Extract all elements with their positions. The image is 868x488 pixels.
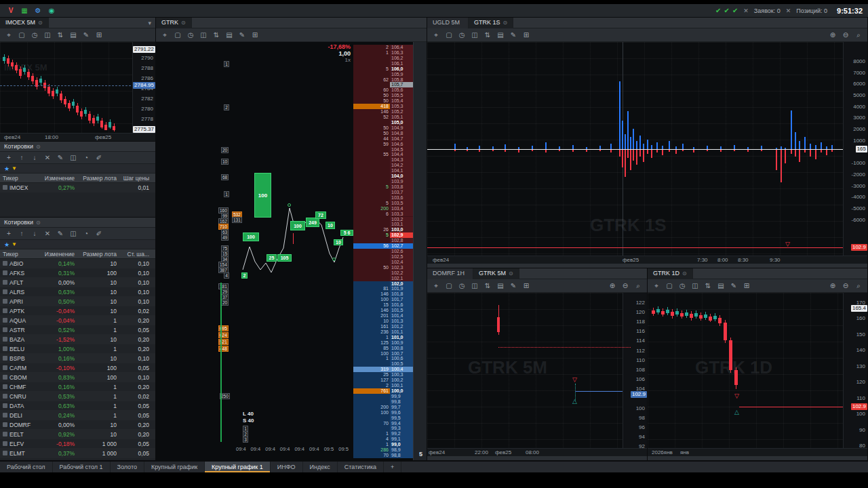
chart-tab[interactable]: DOMRF 1H	[427, 268, 473, 279]
zoom-icon[interactable]: ⊖	[619, 281, 631, 291]
ladder-row[interactable]: 100 101,7	[353, 297, 413, 302]
ladder-row[interactable]: 1 99,2	[353, 431, 413, 436]
ladder-row[interactable]: 236 101,1	[353, 329, 413, 335]
panel-menu-icon[interactable]: ⊙	[36, 220, 41, 226]
col-header[interactable]: Размер лота	[77, 175, 119, 182]
ladder-row[interactable]: 50 105,5	[353, 93, 413, 98]
cluster-volume-box[interactable]: 249	[306, 218, 319, 227]
toolbar-icon[interactable]: ✎	[236, 30, 248, 41]
ladder-row[interactable]: 85 100,8	[353, 346, 413, 351]
workspace-tab[interactable]: Рабочий стол 1	[53, 462, 111, 472]
quotes-toolbar-icon[interactable]: ✐	[93, 152, 105, 163]
toolbar-icon[interactable]: ⌖	[3, 30, 15, 41]
ladder-row[interactable]: 146 105,2	[353, 109, 413, 115]
toolbar-icon[interactable]: ◷	[676, 281, 688, 291]
col-header[interactable]: Ст. ша...	[119, 251, 152, 258]
quote-row[interactable]: ELMT 0,37% 1 000 0,05	[0, 449, 155, 458]
quotes-toolbar-icon[interactable]: ✕	[41, 228, 54, 239]
quote-row[interactable]: AFLT 0,00% 10 0,10	[0, 278, 155, 287]
ladder-row[interactable]: 103,7	[353, 190, 413, 195]
ladder-row[interactable]: 70 98,8	[353, 453, 413, 458]
quotes2-header[interactable]: Котировки ⊙	[0, 217, 155, 228]
ladder-row[interactable]: 200 99,7	[353, 405, 413, 410]
workspace-tab[interactable]: Крупный график 1	[205, 462, 271, 472]
ladder-row[interactable]: 104,5	[353, 147, 413, 152]
toolbar-icon[interactable]: ▢	[172, 30, 184, 41]
ladder-row[interactable]: 50 104,9	[353, 125, 413, 131]
toolbar-icon[interactable]: ⊞	[249, 30, 261, 41]
tab-gtrk[interactable]: GTRK ⊙	[156, 18, 192, 28]
quote-row[interactable]: ABIO 0,14% 10 0,10	[0, 259, 155, 268]
ladder-row[interactable]: 102,6	[353, 249, 413, 254]
ladder-row[interactable]: 10 101,3	[353, 319, 413, 324]
ladder-row[interactable]: 161 101,2	[353, 324, 413, 329]
ladder-row[interactable]: 200 103,4	[353, 206, 413, 211]
app-icon[interactable]: ▦	[19, 6, 30, 16]
delta-chart[interactable]: GTRK 1S ▽ 800070006000500040003000200010…	[427, 42, 867, 256]
quote-row[interactable]: BAZA -1,52% 10 0,20	[0, 335, 155, 344]
quotes-toolbar-icon[interactable]: ↑	[16, 152, 28, 163]
ladder-row[interactable]: 99,3	[353, 426, 413, 431]
ladder-row[interactable]: 62 105,8	[353, 77, 413, 83]
quote-row[interactable]: BSPB 0,16% 10 0,10	[0, 354, 155, 363]
ladder-row[interactable]: 50 105,4	[353, 98, 413, 104]
h-scrollbar[interactable]	[427, 264, 867, 268]
ladder-row[interactable]: 102,4	[353, 260, 413, 265]
cluster-volume-box[interactable]: 100	[254, 173, 271, 218]
h-scrollbar[interactable]	[427, 456, 647, 460]
quote-row[interactable]: APTK -0,04% 10 0,02	[0, 306, 155, 316]
quotes-toolbar-icon[interactable]: ✕	[41, 152, 54, 163]
toolbar-icon[interactable]: ⊞	[520, 281, 532, 291]
toolbar-icon[interactable]: ▢	[663, 281, 675, 291]
imoex-time-axis[interactable]: фев2418:00фев25	[0, 133, 155, 141]
workspace-tab[interactable]: Золото	[111, 462, 144, 472]
quote-row[interactable]: DATA 0,63% 1 0,05	[0, 401, 155, 411]
toolbar-icon[interactable]: ▤	[715, 281, 727, 291]
quote-row[interactable]: DOMRF 0,00% 10 0,20	[0, 420, 155, 430]
ladder-row[interactable]: 106,1	[353, 61, 413, 66]
quotes-toolbar-icon[interactable]: ✐	[93, 228, 105, 239]
ladder-row[interactable]: 104,2	[353, 163, 413, 168]
ladder-row[interactable]: 1 106,3	[353, 50, 413, 56]
gtrk1d-chart[interactable]: GTRK 1D ▽ △ 1701601501401301201101009080…	[648, 293, 867, 448]
toolbar-icon[interactable]: ⌖	[650, 281, 663, 291]
ladder-row[interactable]: 146 101,8	[353, 291, 413, 297]
quotes-toolbar-icon[interactable]: ◫	[67, 152, 79, 163]
ladder-row[interactable]: 418 105,3	[353, 104, 413, 109]
app-icon[interactable]: V	[5, 6, 16, 16]
cluster-volume-box[interactable]: 72	[315, 211, 326, 219]
toolbar-icon[interactable]: ⇅	[702, 281, 714, 291]
ladder-row[interactable]: 1 100,6	[353, 356, 413, 361]
col-header[interactable]: Шаг цены	[119, 175, 152, 182]
toolbar-icon[interactable]: ◫	[469, 30, 481, 41]
ladder-row[interactable]: 99,9	[353, 394, 413, 399]
ladder-row[interactable]: 319 100,4	[353, 367, 413, 372]
toolbar-icon[interactable]: ▢	[443, 30, 455, 41]
chart-tab[interactable]: GTRK 1S ⊙	[469, 18, 513, 28]
toolbar-icon[interactable]: ⇅	[54, 30, 66, 41]
workspace-tab[interactable]: +	[384, 462, 401, 472]
tab-menu-icon[interactable]: ⊙	[181, 18, 186, 28]
quote-row[interactable]: CHMF 0,16% 1 0,20	[0, 382, 155, 392]
toolbar-icon[interactable]: ◷	[456, 281, 468, 291]
filter-icon[interactable]: ▼	[12, 165, 17, 171]
toolbar-icon[interactable]: ⊞	[93, 30, 105, 41]
toolbar-icon[interactable]: ◫	[689, 281, 701, 291]
ladder-row[interactable]: 5 102,9	[353, 232, 413, 238]
ladder-row[interactable]: 5 103,5	[353, 201, 413, 206]
ladder-row[interactable]: 106,2	[353, 56, 413, 61]
gtrk5m-time-axis[interactable]: фев2422:00фев2508:00	[427, 448, 647, 456]
chart-tab[interactable]: UGLD 5M	[427, 18, 469, 28]
toolbar-icon[interactable]: ◫	[469, 281, 481, 291]
cluster-volume-box[interactable]: 100	[290, 221, 305, 230]
toolbar-icon[interactable]: ◷	[456, 30, 468, 41]
ladder-row[interactable]: 5 103,8	[353, 184, 413, 190]
quotes-toolbar-icon[interactable]: +	[3, 228, 15, 239]
zoom-icon[interactable]: ⊕	[606, 281, 618, 291]
quote-row[interactable]: APRI 0,50% 10 0,10	[0, 297, 155, 306]
ladder-row[interactable]: 146 101,5	[353, 308, 413, 313]
ladder-row[interactable]: 81 101,9	[353, 286, 413, 291]
quotes-toolbar-icon[interactable]: ✎	[54, 152, 66, 163]
ladder-row[interactable]: 761 100,0	[353, 388, 413, 394]
ladder-row[interactable]: 104,0	[353, 174, 413, 179]
